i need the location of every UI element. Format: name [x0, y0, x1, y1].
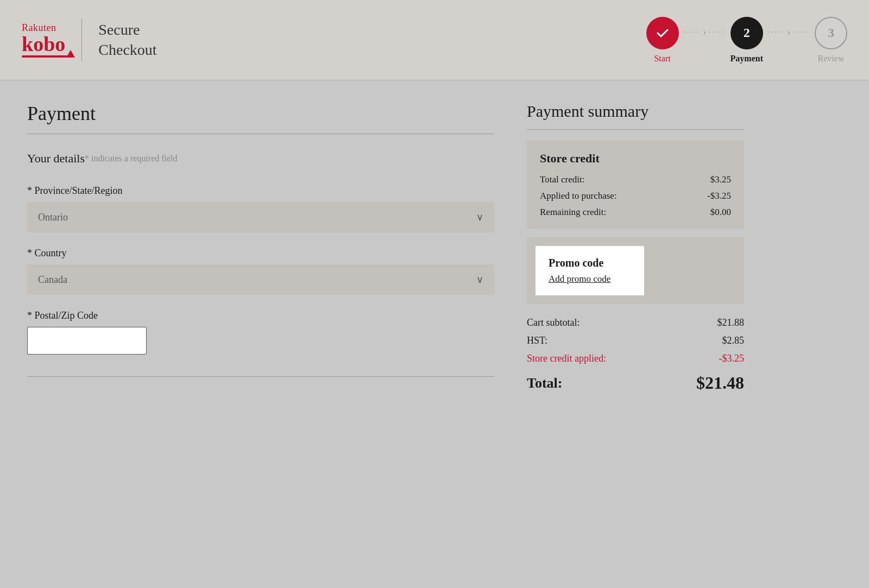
province-select-wrapper[interactable]: Ontario British Columbia Quebec Alberta …: [27, 202, 494, 232]
country-select[interactable]: Canada United States United Kingdom: [27, 264, 494, 295]
credit-remaining-label: Remaining credit:: [540, 207, 606, 218]
step-start: Start: [646, 17, 679, 64]
step-number-review: 3: [828, 26, 834, 40]
payment-section: Payment Your details * indicates a requi…: [27, 102, 494, 566]
promo-wrapper: Promo code Add promo code: [527, 237, 744, 304]
details-header: Your details * indicates a required fiel…: [27, 151, 494, 170]
store-credit-applied-row: Store credit applied: -$3.25: [527, 353, 744, 364]
store-credit-applied-label: Store credit applied:: [527, 353, 606, 364]
step-label-payment: Payment: [731, 54, 763, 64]
promo-code-box: Promo code Add promo code: [536, 246, 644, 295]
country-select-wrapper[interactable]: Canada United States United Kingdom ∨: [27, 264, 494, 295]
postal-code-input[interactable]: [27, 327, 147, 355]
required-note: * indicates a required field: [85, 154, 178, 163]
store-credit-applied-value: -$3.25: [719, 353, 745, 364]
total-label: Total:: [527, 375, 563, 391]
add-promo-code-link[interactable]: Add promo code: [549, 274, 610, 284]
secure-checkout-title: SecureCheckout: [98, 20, 156, 60]
credit-row-applied: Applied to purchase: -$3.25: [540, 191, 731, 201]
credit-remaining-value: $0.00: [710, 207, 731, 218]
province-field: * Province/State/Region Ontario British …: [27, 185, 494, 232]
country-label: * Country: [27, 248, 494, 259]
connector-2: ····· › ·····: [767, 27, 810, 53]
your-details-label: Your details: [27, 151, 85, 166]
cart-subtotal-row: Cart subtotal: $21.88: [527, 317, 744, 328]
logo-underline: [22, 55, 70, 58]
credit-row-remaining: Remaining credit: $0.00: [540, 207, 731, 218]
credit-total-label: Total credit:: [540, 174, 584, 185]
postal-code-label-text: * Postal/Zip Code: [27, 310, 98, 321]
connector-1: ····· › ·····: [683, 27, 726, 53]
total-row: Total: $21.48: [527, 373, 744, 393]
checkout-steps: Start ····· › ····· 2 Payment ····· › ··…: [646, 17, 847, 64]
cart-subtotal-value: $21.88: [717, 317, 745, 328]
country-label-text: * Country: [27, 248, 67, 258]
rakuten-kobo-logo: Rakuten kobo: [22, 22, 65, 58]
rakuten-text: Rakuten: [22, 22, 56, 34]
country-field: * Country Canada United States United Ki…: [27, 248, 494, 295]
kobo-text: kobo: [22, 34, 65, 54]
step-label-start: Start: [654, 54, 670, 64]
step-payment: 2 Payment: [731, 17, 763, 64]
province-label: * Province/State/Region: [27, 185, 494, 197]
summary-rows: Cart subtotal: $21.88 HST: $2.85 Store c…: [527, 317, 744, 364]
postal-code-field: * Postal/Zip Code: [27, 310, 494, 355]
logo-area: Rakuten kobo: [22, 22, 65, 58]
credit-row-total: Total credit: $3.25: [540, 174, 731, 185]
promo-code-title: Promo code: [549, 257, 631, 269]
total-value: $21.48: [696, 373, 744, 393]
step-review: 3 Review: [815, 17, 847, 64]
main-content: Payment Your details * indicates a requi…: [0, 80, 869, 588]
credit-applied-value: -$3.25: [707, 191, 731, 201]
store-credit-title: Store credit: [540, 151, 731, 166]
province-label-text: * Province/State/Region: [27, 185, 122, 196]
form-bottom-divider: [27, 376, 494, 377]
header: Rakuten kobo SecureCheckout Start ····· …: [0, 0, 869, 80]
summary-section: Payment summary Store credit Total credi…: [527, 102, 744, 566]
step-circle-start: [646, 17, 679, 49]
store-credit-box: Store credit Total credit: $3.25 Applied…: [527, 141, 744, 229]
header-divider: [81, 18, 82, 62]
hst-row: HST: $2.85: [527, 335, 744, 346]
step-circle-review: 3: [815, 17, 847, 49]
summary-title: Payment summary: [527, 102, 744, 121]
payment-title: Payment: [27, 102, 494, 125]
province-select[interactable]: Ontario British Columbia Quebec Alberta: [27, 202, 494, 232]
credit-total-value: $3.25: [710, 174, 731, 185]
postal-code-label: * Postal/Zip Code: [27, 310, 494, 321]
hst-value: $2.85: [722, 335, 745, 346]
step-label-review: Review: [818, 54, 845, 64]
step-number-payment: 2: [744, 26, 750, 40]
hst-label: HST:: [527, 335, 547, 346]
credit-applied-label: Applied to purchase:: [540, 191, 617, 201]
payment-divider: [27, 134, 494, 134]
step-circle-payment: 2: [731, 17, 763, 49]
summary-divider: [527, 129, 744, 130]
cart-subtotal-label: Cart subtotal:: [527, 317, 580, 328]
